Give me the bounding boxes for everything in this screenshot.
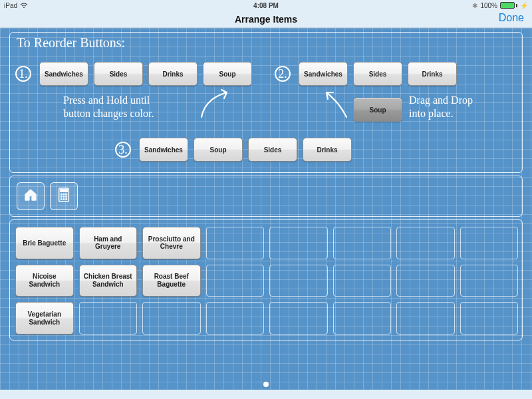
empty-slot[interactable] [206,265,265,297]
empty-slot[interactable] [206,302,265,334]
grid-item[interactable]: Nicoise Sandwich [15,265,74,297]
grid-item[interactable]: Roast Beef Baguette [142,265,201,297]
arrow-1 [195,87,235,120]
battery-icon [500,2,517,9]
arrow-2 [320,87,353,120]
calculator-button[interactable] [50,182,78,210]
svg-point-4 [63,194,65,195]
demo-btn-drinks[interactable]: Drinks [148,62,198,86]
wifi-icon [20,3,28,9]
svg-point-3 [61,194,62,195]
demo2-btn-drinks[interactable]: Drinks [408,62,457,86]
device-label: iPad [4,2,17,9]
clock: 4:08 PM [253,2,279,9]
grid-item[interactable]: Ham and Gruyere [79,227,138,259]
items-grid-panel: Brie BaguetteHam and GruyereProsciutto a… [9,219,523,340]
charging-icon: ⚡ [520,2,528,9]
step-1-number: 1. [15,66,31,82]
empty-slot[interactable] [333,302,392,334]
svg-point-7 [63,196,65,198]
demo3-btn-drinks[interactable]: Drinks [303,138,352,162]
empty-slot[interactable] [269,227,328,259]
nav-bar: Arrange Items Done [0,11,532,28]
grid-item[interactable]: Brie Baguette [15,227,74,259]
footer-spacer [0,390,532,399]
toolbar-panel [9,176,523,217]
svg-point-10 [63,198,65,200]
step-3-number: 3. [115,142,131,158]
svg-point-9 [61,198,62,200]
empty-slot[interactable] [396,265,455,297]
home-button[interactable] [17,182,45,210]
empty-slot[interactable] [396,227,455,259]
step-2-number: 2. [275,66,291,82]
instructions-heading: To Reorder Buttons: [17,35,125,51]
demo2-btn-soup-dragging[interactable]: Soup [353,98,402,122]
empty-slot[interactable] [333,227,392,259]
empty-slot[interactable] [269,265,328,297]
page-title: Arrange Items [235,14,297,25]
svg-point-6 [61,196,62,198]
empty-slot[interactable] [79,302,138,334]
done-button[interactable]: Done [499,12,524,24]
demo3-btn-soup[interactable]: Soup [194,138,243,162]
grid-item[interactable]: Prosciutto and Chevre [142,227,201,259]
empty-slot[interactable] [333,265,392,297]
demo2-btn-sides[interactable]: Sides [353,62,402,86]
demo3-btn-sandwiches[interactable]: Sandwiches [139,138,188,162]
grid-item[interactable]: Vegetarian Sandwich [15,302,74,334]
empty-slot[interactable] [460,302,519,334]
svg-point-11 [66,198,67,200]
grid-item[interactable]: Chicken Breast Sandwich [79,265,138,297]
status-bar: iPad 4:08 PM ✱ 100% ⚡ [0,0,532,11]
home-icon [23,188,38,205]
calculator-icon [57,188,70,205]
instructions-panel: To Reorder Buttons: 1. Sandwiches Sides … [9,32,523,173]
battery-pct: 100% [480,2,497,9]
bluetooth-icon: ✱ [472,2,477,9]
demo3-btn-sides[interactable]: Sides [248,138,297,162]
empty-slot[interactable] [142,302,201,334]
svg-point-5 [66,194,67,195]
empty-slot[interactable] [460,227,519,259]
demo-btn-sandwiches[interactable]: Sandwiches [39,62,88,86]
svg-point-8 [66,196,67,198]
empty-slot[interactable] [269,302,328,334]
empty-slot[interactable] [396,302,455,334]
demo-btn-sides[interactable]: Sides [94,62,143,86]
empty-slot[interactable] [206,227,265,259]
svg-rect-2 [61,190,68,192]
demo2-btn-sandwiches[interactable]: Sandwiches [299,62,348,86]
hint-1: Press and Hold until button changes colo… [63,94,154,120]
page-indicator [263,382,269,387]
blueprint-canvas: To Reorder Buttons: 1. Sandwiches Sides … [0,28,532,390]
svg-point-0 [23,7,25,8]
hint-2: Drag and Drop into place. [409,94,473,120]
empty-slot[interactable] [460,265,519,297]
demo-btn-soup[interactable]: Soup [203,62,252,86]
